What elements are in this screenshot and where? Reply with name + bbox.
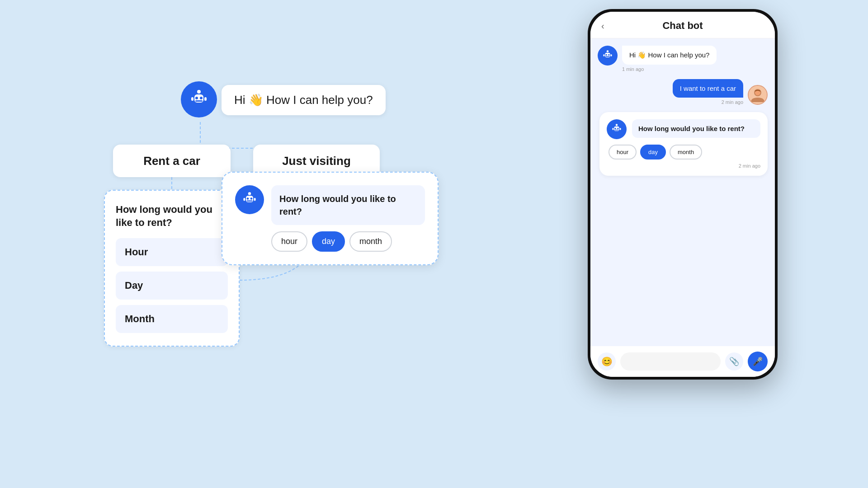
popup-option-hour[interactable]: hour <box>271 231 307 252</box>
svg-point-5 <box>197 90 201 94</box>
user-msg1-bubble: I want to rent a car <box>673 79 743 98</box>
popup-bot-avatar <box>235 185 264 214</box>
rent-question-card: How long would you like to rent? hour da… <box>599 112 768 176</box>
svg-point-23 <box>606 54 607 56</box>
svg-rect-26 <box>603 54 604 56</box>
popup-option-month[interactable]: month <box>349 231 392 252</box>
phone-title: Chat bot <box>662 20 703 32</box>
svg-point-21 <box>607 50 609 52</box>
rq-option-day[interactable]: day <box>640 145 666 160</box>
message-input[interactable] <box>620 352 721 371</box>
svg-rect-11 <box>204 97 207 101</box>
popup-question: How long would you like to rent? <box>271 185 425 225</box>
rq-header: How long would you like to rent? <box>607 119 760 139</box>
svg-point-8 <box>200 97 203 99</box>
rq-time: 2 min ago <box>607 163 760 169</box>
rq-avatar <box>607 119 627 139</box>
rq-option-hour[interactable]: hour <box>609 145 637 160</box>
chat-area: Hi 👋 How I can help you? 1 min ago I wan… <box>590 38 775 346</box>
bot-icon-msg1 <box>601 49 614 62</box>
attach-button[interactable]: 📎 <box>725 352 743 371</box>
bot-icon-svg <box>188 88 210 111</box>
svg-point-34 <box>615 128 616 129</box>
svg-point-32 <box>616 124 618 126</box>
svg-rect-9 <box>195 100 203 102</box>
svg-rect-36 <box>615 130 619 131</box>
svg-rect-38 <box>620 128 621 130</box>
svg-rect-25 <box>606 56 610 57</box>
rq-bubble: How long would you like to rent? <box>632 119 760 138</box>
bot-message-1: Hi 👋 How I can help you? 1 min ago <box>598 46 768 72</box>
popup-content: How long would you like to rent? hour da… <box>271 185 425 252</box>
option-rent-card[interactable]: Rent a car <box>113 145 231 177</box>
phone-screen: ‹ Chat bot <box>590 12 775 377</box>
user-message-1: I want to rent a car 2 min ago <box>598 79 768 105</box>
user-msg1-content: I want to rent a car 2 min ago <box>673 79 743 105</box>
user-msg1-time: 2 min ago <box>673 99 743 105</box>
greeting-bubble: Hi 👋 How I can help you? <box>222 85 386 115</box>
svg-rect-19 <box>254 198 256 201</box>
back-button[interactable]: ‹ <box>601 21 604 31</box>
bot-icon-rq <box>610 123 623 136</box>
bot-msg1-bubble: Hi 👋 How I can help you? <box>622 46 717 65</box>
svg-rect-27 <box>611 54 612 56</box>
phone-footer: 😊 📎 🎤 <box>590 346 775 377</box>
svg-point-15 <box>247 197 249 200</box>
bot-msg1-time: 1 min ago <box>622 66 768 72</box>
rq-options: hour day month <box>607 145 760 160</box>
svg-point-16 <box>250 197 253 200</box>
popup-option-day[interactable]: day <box>312 231 345 252</box>
bot-avatar-msg1 <box>598 46 618 66</box>
emoji-button[interactable]: 😊 <box>598 352 616 371</box>
user-avatar-svg <box>749 86 767 104</box>
submenu-item-day[interactable]: Day <box>116 272 228 300</box>
user-avatar <box>748 85 768 105</box>
svg-point-24 <box>608 54 609 56</box>
mic-button[interactable]: 🎤 <box>748 352 768 371</box>
svg-point-35 <box>617 128 618 129</box>
svg-rect-37 <box>612 128 613 130</box>
phone-header: ‹ Chat bot <box>590 12 775 38</box>
popup-options: hour day month <box>271 231 425 252</box>
submenu-item-hour[interactable]: Hour <box>116 238 228 266</box>
bot-msg1-content: Hi 👋 How I can help you? 1 min ago <box>622 46 768 72</box>
svg-rect-10 <box>191 97 193 101</box>
svg-rect-18 <box>243 198 245 201</box>
svg-point-13 <box>248 192 251 195</box>
submenu-item-month[interactable]: Month <box>116 305 228 333</box>
svg-point-7 <box>195 97 198 99</box>
submenu-card: How long would you like to rent? Hour Da… <box>104 190 240 347</box>
bot-avatar-top <box>181 81 217 117</box>
phone-mockup: ‹ Chat bot <box>588 9 778 380</box>
popup-bot-icon-svg <box>241 191 259 209</box>
chat-popup: How long would you like to rent? hour da… <box>222 172 439 265</box>
svg-rect-17 <box>247 201 253 202</box>
submenu-title: How long would you like to rent? <box>116 203 228 229</box>
rq-option-month[interactable]: month <box>670 145 702 160</box>
